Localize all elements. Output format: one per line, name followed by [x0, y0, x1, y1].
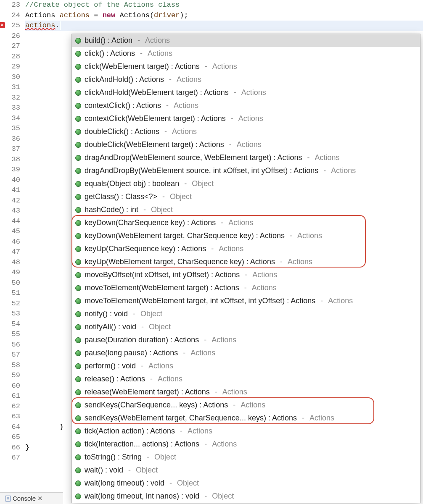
method-signature: sendKeys(CharSequence... keys) : Actions	[85, 401, 228, 410]
code-editor: 232425×262728293031323334353637383940414…	[0, 0, 423, 504]
autocomplete-item[interactable]: contextClick(WebElement target) : Action…	[72, 112, 420, 125]
method-signature: doubleClick(WebElement target) : Actions	[85, 140, 224, 149]
autocomplete-item[interactable]: sendKeys(WebElement target, CharSequence…	[72, 412, 420, 425]
autocomplete-item[interactable]: keyUp(CharSequence key) : Actions-Action…	[72, 242, 420, 255]
bottom-panel: ≡ Console ✕	[0, 492, 63, 504]
line-number: 56	[0, 340, 20, 350]
autocomplete-item[interactable]: contextClick() : Actions-Actions	[72, 99, 420, 112]
declaring-class: Actions	[219, 244, 243, 253]
autocomplete-item[interactable]: moveToElement(WebElement target, int xOf…	[72, 294, 420, 307]
separator: -	[307, 153, 310, 162]
autocomplete-item[interactable]: clickAndHold() : Actions-Actions	[72, 73, 420, 86]
autocomplete-item[interactable]: moveByOffset(int xOffset, int yOffset) :…	[72, 268, 420, 281]
declaring-class: Actions	[148, 49, 172, 58]
method-signature: click(WebElement target) : Actions	[85, 62, 200, 71]
declaring-class: Object	[149, 323, 171, 331]
method-icon	[75, 90, 81, 96]
autocomplete-item[interactable]: dragAndDrop(WebElement source, WebElemen…	[72, 151, 420, 164]
method-icon	[75, 494, 81, 499]
method-signature: tick(Interaction... actions) : Actions	[85, 440, 199, 449]
method-signature: click() : Actions	[85, 49, 135, 58]
declaring-class: Actions	[158, 375, 182, 383]
autocomplete-item[interactable]: keyDown(WebElement target, CharSequence …	[72, 229, 420, 242]
line-number: 58	[0, 360, 20, 371]
autocomplete-item[interactable]: doubleClick(WebElement target) : Actions…	[72, 138, 420, 151]
separator: -	[302, 414, 304, 423]
autocomplete-popup[interactable]: build() : Action-Actionsclick() : Action…	[71, 34, 420, 503]
separator: -	[233, 401, 235, 410]
method-signature: release() : Actions	[85, 375, 145, 383]
declaring-class: Object	[140, 310, 162, 318]
console-tab[interactable]: ≡ Console ✕	[3, 494, 45, 503]
separator: -	[280, 257, 283, 266]
line-number: 35	[0, 123, 20, 134]
method-icon	[75, 363, 81, 369]
close-icon[interactable]: ✕	[37, 495, 43, 502]
autocomplete-item[interactable]: dragAndDropBy(WebElement source, int xOf…	[72, 164, 420, 177]
line-number: 26	[0, 31, 20, 42]
autocomplete-item[interactable]: doubleClick() : Actions-Actions	[72, 125, 420, 138]
line-number: 40	[0, 175, 20, 186]
type-token: Actions	[115, 11, 150, 19]
autocomplete-item[interactable]: tick(Interaction... actions) : Actions-A…	[72, 438, 420, 451]
method-icon	[75, 194, 81, 200]
separator: -	[204, 440, 207, 449]
separator: -	[320, 297, 323, 305]
line-number: 50	[0, 278, 20, 289]
line-number: 39	[0, 165, 20, 175]
separator: -	[245, 270, 247, 279]
autocomplete-item[interactable]: wait(long timeout) : void-Object	[72, 477, 420, 490]
method-signature: build() : Action	[85, 36, 132, 45]
autocomplete-item[interactable]: release(WebElement target) : Actions-Act…	[72, 386, 420, 399]
method-signature: sendKeys(WebElement target, CharSequence…	[85, 414, 297, 423]
separator: -	[143, 205, 146, 214]
line-number: 28	[0, 52, 20, 62]
declaring-class: Actions	[212, 336, 236, 344]
var-token: actions	[60, 11, 90, 19]
line-number: 47	[0, 247, 20, 257]
declaring-class: Object	[170, 192, 192, 201]
arg-token: driver	[154, 11, 180, 19]
autocomplete-item[interactable]: perform() : void-Actions	[72, 360, 420, 373]
error-marker-icon[interactable]: ×	[0, 22, 5, 28]
autocomplete-item[interactable]: equals(Object obj) : boolean-Object	[72, 177, 420, 190]
autocomplete-item[interactable]: release() : Actions-Actions	[72, 373, 420, 386]
separator: -	[133, 310, 135, 318]
autocomplete-item[interactable]: toString() : String-Object	[72, 451, 420, 464]
autocomplete-item[interactable]: notifyAll() : void-Object	[72, 320, 420, 333]
line-number: 45	[0, 226, 20, 237]
autocomplete-item[interactable]: hashCode() : int-Object	[72, 203, 420, 216]
separator: -	[234, 88, 236, 97]
method-icon	[75, 454, 81, 460]
autocomplete-item[interactable]: tick(Action action) : Actions-Actions	[72, 425, 420, 438]
autocomplete-item[interactable]: pause(Duration duration) : Actions-Actio…	[72, 333, 420, 346]
console-icon: ≡	[5, 496, 11, 501]
method-signature: clickAndHold(WebElement target) : Action…	[85, 88, 229, 97]
autocomplete-item[interactable]: click() : Actions-Actions	[72, 47, 420, 60]
line-number: 54	[0, 319, 20, 330]
autocomplete-item[interactable]: wait(long timeout, int nanos) : void-Obj…	[72, 490, 420, 503]
autocomplete-item[interactable]: keyDown(CharSequence key) : Actions-Acti…	[72, 216, 420, 229]
line-number: 46	[0, 237, 20, 247]
autocomplete-item[interactable]: notify() : void-Object	[72, 307, 420, 320]
keyword-new: new	[103, 11, 116, 19]
method-signature: contextClick(WebElement target) : Action…	[85, 114, 226, 123]
declaring-class: Actions	[172, 127, 197, 136]
method-icon	[75, 64, 81, 70]
declaring-class: Actions	[241, 88, 266, 97]
line-number-gutter: 232425×262728293031323334353637383940414…	[0, 0, 23, 504]
declaring-class: Actions	[228, 218, 253, 227]
autocomplete-item[interactable]: clickAndHold(WebElement target) : Action…	[72, 86, 420, 99]
separator: -	[166, 101, 169, 110]
autocomplete-item[interactable]: wait() : void-Object	[72, 464, 420, 477]
autocomplete-item[interactable]: moveToElement(WebElement target) : Actio…	[72, 281, 420, 294]
autocomplete-item[interactable]: click(WebElement target) : Actions-Actio…	[72, 60, 420, 73]
autocomplete-item[interactable]: sendKeys(CharSequence... keys) : Actions…	[72, 399, 420, 412]
autocomplete-item[interactable]: build() : Action-Actions	[72, 34, 420, 47]
method-signature: pause(long pause) : Actions	[85, 349, 178, 357]
autocomplete-item[interactable]: getClass() : Class<?>-Object	[72, 190, 420, 203]
line-number: 53	[0, 309, 20, 319]
autocomplete-item[interactable]: keyUp(WebElement target, CharSequence ke…	[72, 255, 420, 268]
autocomplete-item[interactable]: pause(long pause) : Actions-Actions	[72, 346, 420, 360]
method-icon	[75, 181, 81, 187]
